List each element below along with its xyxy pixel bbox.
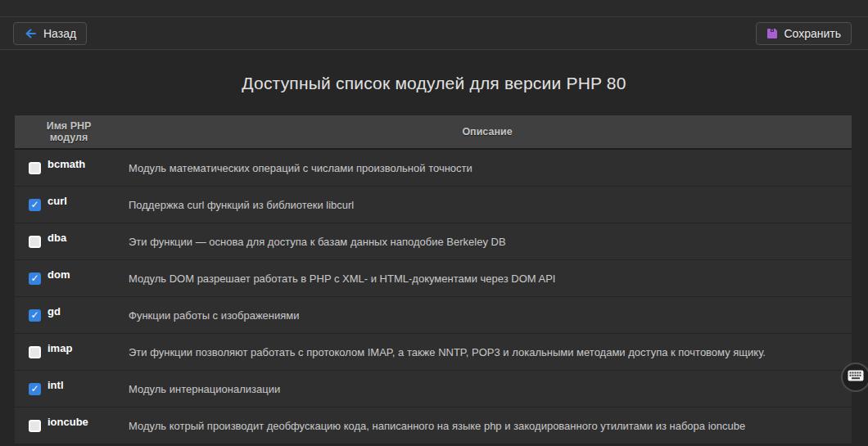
save-button-label: Сохранить	[784, 27, 841, 40]
toolbar: Назад Сохранить	[0, 17, 868, 50]
keyboard-icon	[848, 370, 864, 385]
module-name-cell: ioncube	[15, 420, 123, 432]
module-checkbox[interactable]	[29, 420, 41, 432]
module-name: curl	[47, 195, 67, 207]
table-row: imap Эти функции позволяют работать с пр…	[15, 334, 852, 371]
table-row: ioncube Модуль котрый производит деобфус…	[15, 408, 852, 444]
column-header-description: Описание	[123, 126, 852, 137]
save-button[interactable]: Сохранить	[756, 22, 852, 45]
module-table: Имя PHP модуля Описание bcmath Модуль ма…	[15, 115, 852, 444]
module-name: dom	[47, 268, 70, 281]
module-name-cell: dom	[15, 273, 123, 285]
module-checkbox[interactable]	[29, 383, 41, 395]
table-row: bcmath Модуль математических операций с …	[15, 150, 852, 187]
module-description: Модуль математических операций с числами…	[123, 162, 852, 174]
module-name-cell: dba	[15, 236, 123, 248]
module-description: Модуль котрый производит деобфускацию ко…	[123, 420, 852, 432]
module-name-cell: gd	[15, 309, 123, 322]
module-description: Функции работы с изображениями	[123, 309, 852, 322]
module-table-header: Имя PHP модуля Описание	[15, 115, 852, 150]
module-description: Модуль DOM разрешает работать в PHP с XM…	[123, 273, 852, 285]
module-name: dba	[47, 232, 66, 244]
module-name: imap	[47, 342, 72, 354]
module-name: ioncube	[47, 416, 88, 428]
table-row: intl Модуль интернационализации	[15, 371, 852, 408]
module-description: Эти функции позволяют работать с протоко…	[123, 346, 852, 358]
table-row: dba Эти функции — основа для доступа к б…	[15, 223, 852, 260]
window-top-strip	[0, 0, 868, 17]
module-name: intl	[47, 379, 64, 391]
module-name: gd	[47, 305, 61, 318]
back-button-label: Назад	[43, 27, 76, 40]
module-checkbox[interactable]	[29, 199, 41, 211]
virtual-keyboard-button[interactable]	[841, 363, 868, 392]
column-header-name: Имя PHP модуля	[15, 120, 123, 144]
module-checkbox[interactable]	[29, 236, 41, 248]
module-description: Эти функции — основа для доступа к базам…	[123, 236, 852, 248]
table-row: curl Поддержка curl функций из библиотек…	[15, 187, 852, 223]
module-name-cell: intl	[15, 383, 123, 395]
floppy-disk-icon	[766, 28, 778, 39]
module-description: Поддержка curl функций из библиотеки lib…	[123, 199, 852, 211]
module-checkbox[interactable]	[29, 309, 41, 322]
left-arrow-icon	[24, 27, 38, 40]
module-name-cell: bcmath	[15, 162, 123, 174]
module-name-cell: curl	[15, 199, 123, 211]
table-row: gd Функции работы с изображениями	[15, 297, 852, 334]
module-checkbox[interactable]	[29, 346, 41, 358]
module-description: Модуль интернационализации	[123, 383, 852, 395]
page-title: Доступный список модулей для версии PHP …	[0, 74, 868, 93]
module-name: bcmath	[47, 158, 85, 170]
module-checkbox[interactable]	[29, 273, 41, 285]
module-checkbox[interactable]	[29, 162, 41, 174]
module-table-body: bcmath Модуль математических операций с …	[15, 150, 852, 444]
back-button[interactable]: Назад	[13, 22, 87, 45]
module-name-cell: imap	[15, 346, 123, 358]
table-row: dom Модуль DOM разрешает работать в PHP …	[15, 260, 852, 297]
